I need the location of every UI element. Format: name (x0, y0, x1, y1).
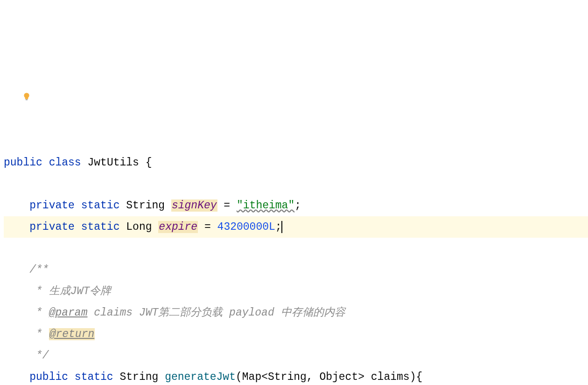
text-caret (281, 221, 282, 233)
javadoc-close: */ (4, 350, 49, 362)
code-editor[interactable]: public class JwtUtils { private static S… (4, 131, 588, 385)
method-signature: public static String generateJwt(Map<Str… (4, 371, 422, 383)
code-line-3: private static String signKey = "itheima… (4, 199, 301, 212)
code-line-1: public class JwtUtils { (4, 157, 152, 169)
javadoc-line: * 生成JWT令牌 (4, 285, 111, 297)
intention-bulb-icon[interactable] (9, 66, 18, 74)
javadoc-open: /** (4, 264, 49, 276)
javadoc-param-line: * @param claims JWT第二部分负载 payload 中存储的内容 (4, 307, 345, 319)
javadoc-return-line: * @return (4, 328, 95, 340)
svg-rect-0 (25, 99, 28, 100)
code-line-4-highlighted: private static Long expire = 43200000L; (4, 216, 588, 238)
